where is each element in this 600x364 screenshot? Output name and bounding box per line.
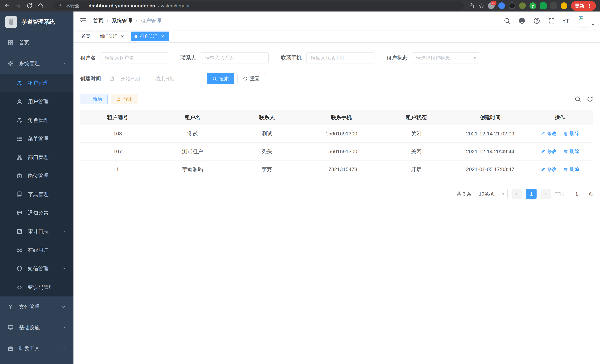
close-icon[interactable]: × xyxy=(160,34,165,39)
security-label[interactable]: 不安全 xyxy=(66,3,79,9)
fullscreen-icon[interactable] xyxy=(548,17,555,24)
bookmark-star-icon[interactable]: ☆ xyxy=(479,2,484,9)
sidebar-item-role[interactable]: 角色管理 xyxy=(0,111,74,130)
cell-actions: 修改 删除 xyxy=(526,143,593,160)
edit-link[interactable]: 修改 xyxy=(541,148,557,155)
hamburger-icon[interactable] xyxy=(79,17,87,25)
edit-link[interactable]: 修改 xyxy=(541,166,557,173)
trash-icon xyxy=(563,167,568,172)
contact-label: 联系人 xyxy=(180,54,196,61)
prev-page-button[interactable] xyxy=(512,189,522,199)
yen-icon: ¥ xyxy=(7,304,14,310)
page-size-select[interactable]: 10条/页 ▾ xyxy=(476,189,508,199)
current-page-button[interactable]: 1 xyxy=(526,189,536,199)
tab-dept[interactable]: 部门管理 × xyxy=(96,32,129,41)
share-icon[interactable] xyxy=(469,3,475,9)
sidebar-item-post[interactable]: 岗位管理 xyxy=(0,167,74,185)
date-start-input[interactable] xyxy=(116,76,145,82)
rabbit-icon xyxy=(7,18,15,26)
extension-icon[interactable]: 10 xyxy=(488,2,495,9)
pencil-icon xyxy=(541,167,545,172)
sidebar-item-dept[interactable]: 部门管理 xyxy=(0,148,74,167)
close-icon[interactable]: × xyxy=(120,34,125,39)
address-bar[interactable]: ⚠ 不安全 dashboard.yudao.iocoder.cn/system/… xyxy=(53,1,464,10)
status-select[interactable]: 请选择租户状态 ▾ xyxy=(412,52,480,64)
sidebar-item-tenant[interactable]: 租户管理 xyxy=(0,74,74,92)
back-icon[interactable] xyxy=(4,3,10,9)
font-size-icon[interactable]: TT xyxy=(563,17,569,25)
toggle-search-icon[interactable] xyxy=(574,96,581,103)
avatar[interactable] xyxy=(577,14,590,28)
date-range-picker[interactable]: - xyxy=(106,73,194,84)
export-button[interactable]: 导出 xyxy=(111,94,138,104)
breadcrumb-system[interactable]: 系统管理 xyxy=(112,17,132,24)
sidebar-item-notice[interactable]: 通知公告 xyxy=(0,204,74,222)
add-button[interactable]: 新增 xyxy=(80,94,108,104)
goto-page-input[interactable] xyxy=(569,189,584,199)
reload-icon[interactable] xyxy=(26,3,33,9)
home-icon[interactable] xyxy=(38,3,44,9)
sidebar-item-error-code[interactable]: 错误码管理 xyxy=(0,278,74,297)
refresh-icon[interactable] xyxy=(587,96,593,103)
sidebar-item-label: 租户管理 xyxy=(28,80,49,87)
table-toolbar: 新增 导出 xyxy=(80,94,593,104)
delete-link[interactable]: 删除 xyxy=(563,166,579,173)
sidebar-item-payment[interactable]: ¥ 支付管理 xyxy=(0,297,74,317)
update-label: 更新 xyxy=(575,3,584,9)
github-icon[interactable] xyxy=(518,17,525,24)
search-icon xyxy=(212,76,217,81)
signal-icon xyxy=(16,247,23,253)
extension-icon[interactable] xyxy=(540,2,547,9)
broken-image-icon xyxy=(578,15,584,21)
extension-icon[interactable] xyxy=(519,2,526,9)
extension-badge: 10 xyxy=(491,1,497,5)
phone-input[interactable] xyxy=(307,52,374,64)
extension-icon[interactable] xyxy=(561,2,567,9)
divider xyxy=(84,3,84,8)
create-time-field: 创建时间 - xyxy=(80,73,194,84)
sidebar-item-menu[interactable]: 菜单管理 xyxy=(0,130,74,148)
extension-icon[interactable] xyxy=(509,2,516,9)
column-header: 操作 xyxy=(526,110,593,125)
goto-prefix: 前往 xyxy=(555,191,565,197)
tenant-name-input[interactable] xyxy=(101,52,168,64)
tab-label: 首页 xyxy=(81,33,90,39)
tab-tenant[interactable]: 租户管理 × xyxy=(131,32,169,41)
sidebar-item-dict[interactable]: 字典管理 xyxy=(0,185,74,204)
forward-icon[interactable] xyxy=(15,3,21,9)
sidebar-item-infrastructure[interactable]: 基础设施 xyxy=(0,317,74,338)
overflow-menu-icon[interactable]: ⋮ xyxy=(587,3,592,8)
breadcrumb-home[interactable]: 首页 xyxy=(93,17,103,24)
sidebar-item-home[interactable]: 首页 xyxy=(0,32,74,53)
extension-icon[interactable] xyxy=(498,2,505,9)
next-page-button[interactable] xyxy=(541,189,551,199)
update-button[interactable]: 更新 ⋮ xyxy=(571,1,596,11)
column-header: 租户编号 xyxy=(80,110,155,125)
cell-status: 开启 xyxy=(379,160,454,178)
sidebar-item-dev-tools[interactable]: 研发工具 xyxy=(0,338,74,359)
extension-icon[interactable]: y xyxy=(529,2,536,9)
contact-input[interactable] xyxy=(201,52,269,64)
url-host: dashboard.yudao.iocoder.cn xyxy=(88,3,155,9)
extension-icon[interactable] xyxy=(550,2,557,9)
search-icon[interactable] xyxy=(504,17,511,24)
user-menu[interactable]: ▾ xyxy=(577,14,594,28)
delete-label: 删除 xyxy=(570,166,579,173)
sidebar-item-sms[interactable]: 短信管理 xyxy=(0,259,74,278)
sidebar-item-online-users[interactable]: 在线用户 xyxy=(0,241,74,259)
reset-button[interactable]: 重置 xyxy=(237,73,265,84)
shield-icon xyxy=(16,265,23,272)
search-button[interactable]: 搜索 xyxy=(207,73,234,84)
edit-link[interactable]: 修改 xyxy=(541,131,557,137)
book-icon xyxy=(16,191,23,198)
delete-link[interactable]: 删除 xyxy=(563,131,579,137)
delete-link[interactable]: 删除 xyxy=(563,148,579,155)
tab-home[interactable]: 首页 xyxy=(78,32,94,41)
help-icon[interactable] xyxy=(533,17,540,24)
sidebar-item-audit-log[interactable]: 审计日志 xyxy=(0,222,74,241)
sidebar-item-user[interactable]: 用户管理 xyxy=(0,92,74,111)
sidebar-item-system[interactable]: 系统管理 xyxy=(0,53,74,74)
sidebar-item-label: 部门管理 xyxy=(28,154,49,161)
date-end-input[interactable] xyxy=(150,76,180,82)
logo[interactable]: 芋道管理系统 xyxy=(0,11,74,32)
